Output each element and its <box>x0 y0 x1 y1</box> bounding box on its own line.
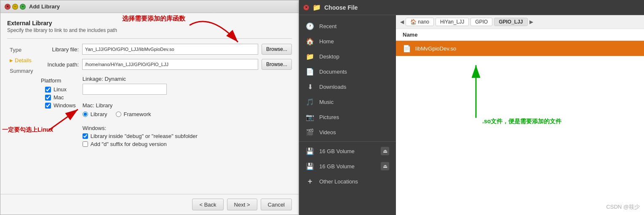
mac-radio-group: Library Framework <box>83 111 292 117</box>
cf-file-list: 📄 libMvGpioDev.so <box>396 41 644 215</box>
breadcrumb-hiyan[interactable]: HiYan_LJJ <box>436 18 469 26</box>
framework-radio-label: Framework <box>124 111 151 117</box>
documents-label: Documents <box>319 69 347 75</box>
next-button[interactable]: Next > <box>227 199 257 210</box>
sidebar-item-pictures[interactable]: 📷 Pictures <box>299 109 396 125</box>
minimize-button[interactable]: − <box>12 4 18 10</box>
close-button[interactable]: ✕ <box>5 4 11 10</box>
other-icon: + <box>306 177 314 186</box>
form-area: Library file: Browse... Include path: Br… <box>41 44 292 187</box>
windows-checkbox[interactable] <box>45 103 51 109</box>
sidebar-item-documents[interactable]: 📄 Documents <box>299 64 396 79</box>
linux-checkbox[interactable] <box>45 87 51 93</box>
cf-list-header: Name <box>396 29 644 41</box>
maximize-button[interactable]: + <box>20 4 26 10</box>
home-icon: 🏠 <box>306 37 314 45</box>
debug-suffix-label: Add "d" suffix for debug version <box>91 141 167 147</box>
cf-body: 🕐 Recent 🏠 Home 📁 Desktop 📄 Documents ⬇ <box>299 15 644 215</box>
linkage-section: Linkage: Dynamic <box>83 76 292 95</box>
cf-close-button[interactable]: ✕ <box>303 5 309 11</box>
cf-titlebar: ✕ 📁 Choose File <box>299 0 644 15</box>
linkage-input[interactable] <box>83 84 167 95</box>
breadcrumb-gpio[interactable]: GPIO <box>470 18 492 26</box>
library-file-label: Library file: <box>41 46 79 53</box>
sidebar-item-volume1[interactable]: 💾 16 GB Volume ⏏ <box>299 141 396 159</box>
volume1-icon: 💾 <box>306 147 314 155</box>
debug-suffix-checkbox[interactable] <box>83 141 88 147</box>
documents-icon: 📄 <box>306 67 314 76</box>
section-subtitle: Specify the library to link to and the i… <box>7 27 292 33</box>
mac-section-label: Mac: Library <box>83 102 292 109</box>
volume2-eject-button[interactable]: ⏏ <box>381 162 389 170</box>
library-radio-label: Library <box>91 111 107 117</box>
sidebar-item-downloads[interactable]: ⬇ Downloads <box>299 79 396 94</box>
sidebar-item-recent[interactable]: 🕐 Recent <box>299 19 396 34</box>
windows-checkbox-item[interactable]: Windows <box>45 102 76 109</box>
platform-section: Platform Linux Mac <box>41 77 76 149</box>
section-title: External Library <box>7 20 292 27</box>
divider <box>7 38 292 39</box>
debug-suffix-checkbox-item[interactable]: Add "d" suffix for debug version <box>83 141 292 147</box>
pictures-label: Pictures <box>319 114 339 120</box>
cf-title: Choose File <box>324 4 358 11</box>
add-library-dialog: ✕ − + Add Library External Library Speci… <box>0 0 299 215</box>
folder-icon: 📁 <box>313 3 321 12</box>
volume1-eject-button[interactable]: ⏏ <box>381 147 389 155</box>
desktop-icon: 📁 <box>306 52 314 61</box>
platform-label: Platform <box>41 77 76 84</box>
mac-checkbox-item[interactable]: Mac <box>45 94 76 101</box>
file-icon: 📄 <box>403 44 411 53</box>
breadcrumb-nano[interactable]: 🏠 nano <box>406 18 434 26</box>
library-file-input[interactable] <box>82 44 258 55</box>
include-path-browse-button[interactable]: Browse... <box>262 59 292 70</box>
subfolder-checkbox[interactable] <box>83 133 88 139</box>
nav-type[interactable]: Type <box>7 45 41 54</box>
breadcrumb-gpio-ljj[interactable]: GPIO_LJJ <box>494 18 527 26</box>
dialog-footer: < Back Next > Cancel <box>0 194 299 215</box>
volume2-icon: 💾 <box>306 162 314 170</box>
cancel-button[interactable]: Cancel <box>261 199 292 210</box>
library-radio-item[interactable]: Library <box>83 111 107 117</box>
main-body: Type Details Summary Library file: Brows… <box>7 44 292 187</box>
linux-checkbox-item[interactable]: Linux <box>45 86 76 93</box>
include-path-input[interactable] <box>82 59 258 70</box>
music-icon: 🎵 <box>306 98 314 106</box>
choose-file-dialog: ✕ 📁 Choose File 🕐 Recent 🏠 Home 📁 Deskto… <box>299 0 644 215</box>
library-radio[interactable] <box>83 111 88 117</box>
sidebar-item-videos[interactable]: 🎬 Videos <box>299 125 396 140</box>
mac-label: Mac <box>53 94 64 101</box>
cf-breadcrumb: ◀ 🏠 nano HiYan_LJJ GPIO GPIO_LJJ ▶ <box>396 15 644 29</box>
titlebar-buttons: ✕ − + <box>5 4 26 10</box>
downloads-icon: ⬇ <box>306 82 314 91</box>
sidebar-item-music[interactable]: 🎵 Music <box>299 94 396 109</box>
include-path-row: Include path: Browse... <box>41 59 292 70</box>
home-label: Home <box>319 38 334 45</box>
sidebar-item-desktop[interactable]: 📁 Desktop <box>299 49 396 64</box>
nav-summary[interactable]: Summary <box>7 66 41 75</box>
sidebar-item-home[interactable]: 🏠 Home <box>299 34 396 49</box>
linkage-label: Linkage: Dynamic <box>83 76 292 82</box>
include-path-label: Include path: <box>41 61 79 68</box>
recent-label: Recent <box>319 23 337 29</box>
videos-icon: 🎬 <box>306 128 314 136</box>
desktop-label: Desktop <box>319 53 339 60</box>
sidebar-item-volume2[interactable]: 💾 16 GB Volume ⏏ <box>299 159 396 174</box>
framework-radio[interactable] <box>116 111 121 117</box>
nav-details[interactable]: Details <box>7 56 41 65</box>
breadcrumb-forward-arrow[interactable]: ▶ <box>529 19 533 25</box>
subfolder-checkbox-item[interactable]: Library inside "debug" or "release" subf… <box>83 133 292 139</box>
dialog-content: External Library Specify the library to … <box>0 13 299 194</box>
sidebar-nav: Type Details Summary <box>7 44 41 187</box>
downloads-label: Downloads <box>319 84 346 90</box>
dialog-title: Add Library <box>29 3 60 10</box>
sidebar-item-other[interactable]: + Other Locations <box>299 174 396 189</box>
framework-radio-item[interactable]: Framework <box>116 111 151 117</box>
library-file-browse-button[interactable]: Browse... <box>262 44 292 55</box>
list-item-libmvgpiodev[interactable]: 📄 libMvGpioDev.so <box>396 41 644 56</box>
back-button[interactable]: < Back <box>192 199 223 210</box>
music-label: Music <box>319 99 334 105</box>
breadcrumb-back-arrow[interactable]: ◀ <box>400 19 404 25</box>
mac-checkbox[interactable] <box>45 95 51 101</box>
cf-sidebar: 🕐 Recent 🏠 Home 📁 Desktop 📄 Documents ⬇ <box>299 15 396 215</box>
volume1-label: 16 GB Volume <box>319 148 355 154</box>
